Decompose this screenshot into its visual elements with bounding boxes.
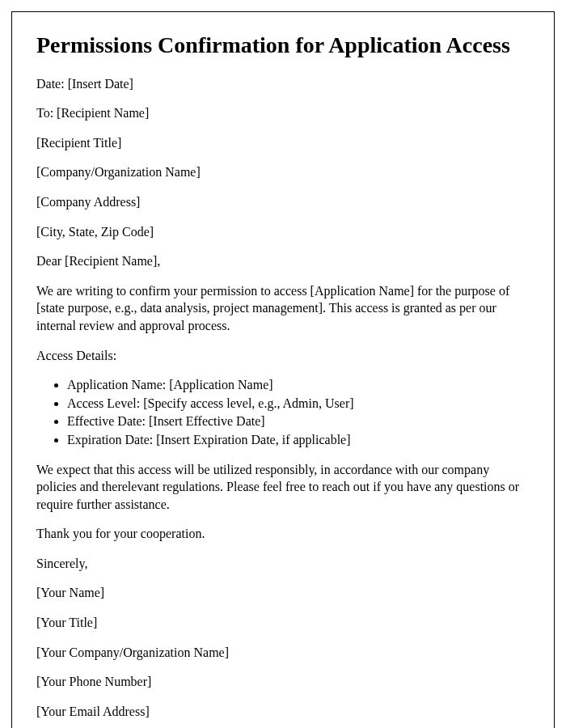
signature-title: [Your Title] [36, 614, 530, 632]
city-state-zip-line: [City, State, Zip Code] [36, 223, 530, 241]
date-line: Date: [Insert Date] [36, 75, 530, 93]
signature-company: [Your Company/Organization Name] [36, 644, 530, 662]
list-item: Expiration Date: [Insert Expiration Date… [67, 431, 530, 449]
thank-you-line: Thank you for your cooperation. [36, 525, 530, 543]
list-item: Effective Date: [Insert Effective Date] [67, 413, 530, 430]
recipient-title-line: [Recipient Title] [36, 134, 530, 152]
signature-name: [Your Name] [36, 584, 530, 602]
access-details-label: Access Details: [36, 347, 530, 365]
salutation: Dear [Recipient Name], [36, 252, 530, 270]
closing-line: Sincerely, [36, 555, 530, 573]
access-details-list: Application Name: [Application Name] Acc… [67, 376, 530, 448]
intro-paragraph: We are writing to confirm your permissio… [36, 282, 530, 335]
list-item: Application Name: [Application Name] [67, 376, 530, 394]
company-name-line: [Company/Organization Name] [36, 163, 530, 181]
document-container: Permissions Confirmation for Application… [11, 11, 555, 728]
signature-email: [Your Email Address] [36, 703, 530, 721]
list-item: Access Level: [Specify access level, e.g… [67, 395, 530, 413]
signature-phone: [Your Phone Number] [36, 673, 530, 691]
company-address-line: [Company Address] [36, 193, 530, 211]
to-line: To: [Recipient Name] [36, 104, 530, 122]
document-title: Permissions Confirmation for Application… [36, 32, 530, 59]
responsibility-paragraph: We expect that this access will be utili… [36, 461, 530, 514]
